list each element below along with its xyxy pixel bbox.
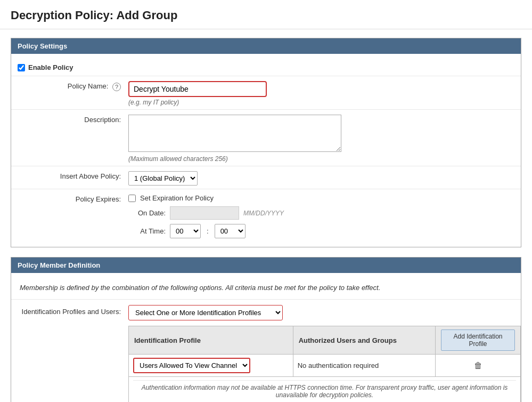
footnote-text: Authentication information may not be av…	[133, 380, 516, 402]
footnote-cell: Authentication information may not be av…	[129, 377, 521, 403]
expires-row: Policy Expires: Set Expiration for Polic…	[11, 189, 521, 242]
description-row: Description: (Maximum allowed characters…	[11, 110, 521, 166]
enable-policy-checkbox[interactable]	[18, 64, 25, 71]
insert-above-field: 1 (Global Policy)	[128, 170, 521, 186]
description-textarea[interactable]	[128, 115, 341, 152]
at-time-label: At Time:	[128, 227, 166, 235]
table-row: Users Allowed To View Channel No authent…	[129, 355, 521, 377]
delete-profile-button[interactable]: 🗑	[474, 361, 482, 371]
id-profiles-select[interactable]: Select One or More Identification Profil…	[128, 305, 283, 320]
on-date-label: On Date:	[128, 209, 166, 217]
enable-policy-label[interactable]: Enable Policy	[28, 63, 73, 71]
policy-member-header: Policy Member Definition	[11, 258, 521, 273]
set-expiration-checkbox[interactable]	[128, 195, 136, 202]
member-intro-text: Membership is defined by the combination…	[11, 278, 521, 300]
set-expiration-label[interactable]: Set Expiration for Policy	[140, 194, 214, 202]
policy-name-label: Policy Name: ?	[11, 79, 128, 91]
policy-name-hint: (e.g. my IT policy)	[128, 99, 521, 106]
policy-name-input[interactable]	[128, 81, 267, 97]
auth-cell: No authentication required	[293, 355, 435, 377]
insert-above-label: Insert Above Policy:	[11, 170, 128, 180]
id-profiles-content: Select One or More Identification Profil…	[128, 305, 521, 402]
expires-label: Policy Expires:	[11, 192, 128, 203]
table-header-row: Identification Profile Authorized Users …	[129, 326, 521, 355]
footnote-row: Authentication information may not be av…	[129, 377, 521, 403]
id-profiles-row: Identification Profiles and Users: Selec…	[11, 300, 521, 402]
date-input[interactable]	[170, 206, 239, 220]
hour-select[interactable]: 00	[170, 224, 201, 238]
col-authorized-users: Authorized Users and Groups	[293, 326, 435, 355]
policy-settings-panel: Policy Settings Enable Policy Policy Nam…	[11, 38, 521, 247]
delete-cell: 🗑	[436, 355, 521, 377]
enable-policy-row: Enable Policy	[11, 59, 521, 76]
insert-above-select[interactable]: 1 (Global Policy)	[128, 171, 198, 186]
policy-settings-header: Policy Settings	[11, 38, 521, 54]
description-label: Description:	[11, 113, 128, 124]
col-add-profile: Add Identification Profile	[436, 326, 521, 355]
policy-name-field: (e.g. my IT policy)	[128, 79, 521, 106]
policy-member-panel: Policy Member Definition Membership is d…	[11, 257, 521, 402]
date-hint: MM/DD/YYYY	[243, 210, 284, 217]
char-limit-text: (Maximum allowed characters 256)	[128, 155, 521, 163]
expires-field: Set Expiration for Policy On Date: MM/DD…	[128, 192, 521, 238]
policy-name-row: Policy Name: ? (e.g. my IT policy)	[11, 76, 521, 110]
profile-cell: Users Allowed To View Channel	[129, 355, 293, 377]
minute-select[interactable]: 00	[215, 224, 245, 238]
description-field: (Maximum allowed characters 256)	[128, 113, 521, 163]
policy-name-help-icon[interactable]: ?	[112, 83, 121, 91]
col-identification-profile: Identification Profile	[129, 326, 293, 355]
channel-profile-select[interactable]: Users Allowed To View Channel	[133, 358, 250, 373]
add-identification-profile-button[interactable]: Add Identification Profile	[441, 329, 515, 351]
id-profiles-label: Identification Profiles and Users:	[11, 305, 128, 316]
insert-above-row: Insert Above Policy: 1 (Global Policy)	[11, 166, 521, 189]
id-profiles-table: Identification Profile Authorized Users …	[128, 326, 521, 402]
auth-note-text: No authentication required	[298, 361, 379, 369]
page-title: Decryption Policy: Add Group	[11, 9, 521, 22]
